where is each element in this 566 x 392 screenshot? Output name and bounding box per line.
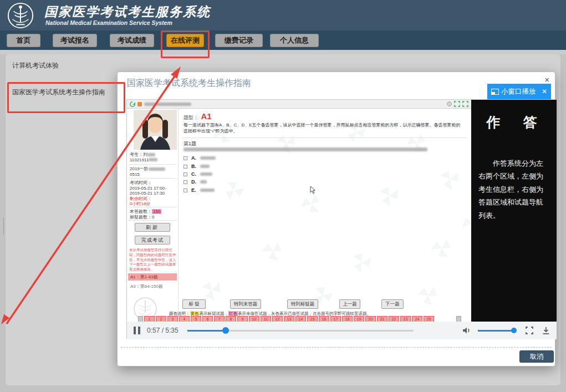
cancel-button[interactable]: 取消 [519,350,554,363]
nav-tab-scores[interactable]: 考试成绩 [110,34,154,47]
question-number: 19 [354,316,364,322]
nav-tab-registration[interactable]: 考试报名 [53,34,97,47]
question-number: 7 [214,316,225,322]
volume-icon[interactable] [461,325,471,335]
option-checkbox [183,156,187,160]
progress-handle[interactable] [222,327,229,334]
modal-title: 国家医学考试系统考生操作指南 [127,78,251,89]
question-number: 16 [319,316,329,322]
strip-scroll-left [138,316,143,322]
app-logo-icon [7,2,34,29]
question-number: 6 [202,316,213,322]
sidebar-item-computer-exam-demo[interactable]: 计算机考试体验 [12,61,59,70]
time-display: 0:57 / 5:35 [147,327,179,334]
video-player[interactable]: 考生：刘 11021911 2019一阶 0515 考试时间： 2019-05-… [126,99,556,339]
question-number: 1 [144,316,155,322]
exam-time-row: 考试时间： 2019-05-21 17:00- 2019-05-21 17:30… [130,180,176,207]
download-icon[interactable] [542,327,550,335]
page-title-blur [144,103,191,106]
candidate-info-column: 考生：刘 11021911 2019一阶 0515 考试时间： 2019-05-… [127,109,179,322]
overlay-body: 作答系统分为左右两个区域，左侧为考生信息栏，右侧为答题区域和试题导航列表。 [478,157,549,222]
modal-footer-divider [121,347,552,348]
overlay-title: 作 答 [471,113,557,131]
option-checkbox [183,165,187,169]
info-icon [447,101,452,106]
volume-slider[interactable] [478,330,517,332]
option-checkbox [183,189,187,192]
section-a1-row: A1：第1-63题 [128,273,177,281]
goto-flagged-button: 转到标疑题 [287,299,318,309]
sidebar-item-guide[interactable]: 国家医学考试系统考生操作指南 [12,88,105,97]
candidate-name-row: 考生：刘 11021911 [130,152,176,162]
app-header: 国家医学考试考生服务系统 National Medical Examinatio… [0,0,566,30]
nav-tab-payment[interactable]: 缴费记录 [215,34,263,47]
fullscreen-icon[interactable] [526,327,533,334]
pip-icon [491,89,499,95]
question-number: 2 [156,316,166,322]
answer-overlay-panel: 作 答 作答系统分为左右两个区域，左侧为考生信息栏，右侧为答题区域和试题导航列表… [471,100,557,322]
question-number: 3 [167,316,178,322]
strip-scroll-right [456,316,461,322]
nav-tab-profile[interactable]: 个人信息 [270,34,319,47]
question-number: 20 [365,316,376,322]
question-number: 11 [261,316,271,322]
question-number: 9 [237,316,248,322]
guide-modal: 国家医学考试系统考生操作指南 × [117,72,555,366]
question-type-value: A1 [201,111,211,121]
candidate-photo [134,110,177,150]
question-number: 14 [295,316,306,322]
exam-finish-button: 完成考试 [135,236,170,245]
section-a3-row: A3：第64-150题 [128,283,177,290]
option-row-e: E. [183,187,215,193]
question-area: 题型： A1 每一道试题下面有A、B、C、D、E五个备选答案，请从中选择一个最佳… [179,109,471,322]
option-row-a: A. [183,155,216,161]
question-number: 13 [284,316,294,322]
goto-unanswered-button: 转到未答题 [230,299,261,309]
question-number: 10 [249,316,259,322]
question-number: 4 [179,316,190,322]
question-number: 23 [400,316,411,322]
exam-browser-bar [127,100,471,109]
nav-tab-home[interactable]: 首页 [7,34,40,47]
question-number: 22 [389,316,399,322]
question-number: 8 [226,316,236,322]
question-number: 21 [377,316,387,322]
exam-refresh-button: 刷新 [135,223,170,232]
progress-bar[interactable] [187,330,414,332]
option-checkbox [183,180,187,184]
video-controls-bar: 0:57 / 5:35 [127,322,557,339]
option-row-c: C. [183,171,212,177]
page: 国家医学考试考生服务系统 National Medical Examinatio… [0,0,566,392]
volume-handle[interactable] [511,328,517,333]
favicon-icon [137,102,142,106]
question-text-blur [183,147,427,151]
option-row-d: D. [183,179,207,185]
exam-batch-row: 2019一阶 0515 [130,166,176,177]
question-number: 5 [191,316,201,322]
option-checkbox [183,172,187,176]
expand-icon [454,101,460,107]
nav-tab-online-test[interactable]: 在线评测 [166,34,204,47]
question-number-label: 第1题 [183,140,196,147]
question-number: 25 [424,316,434,322]
exam-notice-text: 本次考试按题型实行分段控制，同题型内的试题可任意作答，不允许跨题型作答，进入下一… [129,248,176,272]
app-subtitle: National Medical Examination Service Sys… [45,19,172,26]
pause-button[interactable] [134,327,140,334]
answer-count-row: 未答题数：150 标疑题数：0 [130,209,176,220]
expand-icon [462,101,468,107]
question-instructions: 每一道试题下面有A、B、C、D、E五个备选答案，请从中选择一个最佳答案，并用鼠标… [183,122,463,134]
question-number: 24 [412,316,422,322]
pip-label: 小窗口播放 [501,87,536,96]
question-number-strip: 1234567891011121314151617181920212223242… [138,316,434,322]
question-number: 12 [272,316,283,322]
question-number: 17 [330,316,341,322]
pip-button[interactable]: 小窗口播放 ✕ [487,84,551,99]
flag-question-button: 标 疑 [182,299,206,309]
question-type-label: 题型： [183,115,198,120]
pip-close-icon[interactable]: ✕ [542,88,547,95]
header-divider-band [0,50,566,54]
refresh-icon [130,101,135,107]
panel-edge-divider [3,218,4,235]
modal-close-icon[interactable]: × [544,75,549,84]
video-frame-exam-ui: 考生：刘 11021911 2019一阶 0515 考试时间： 2019-05-… [127,100,471,322]
